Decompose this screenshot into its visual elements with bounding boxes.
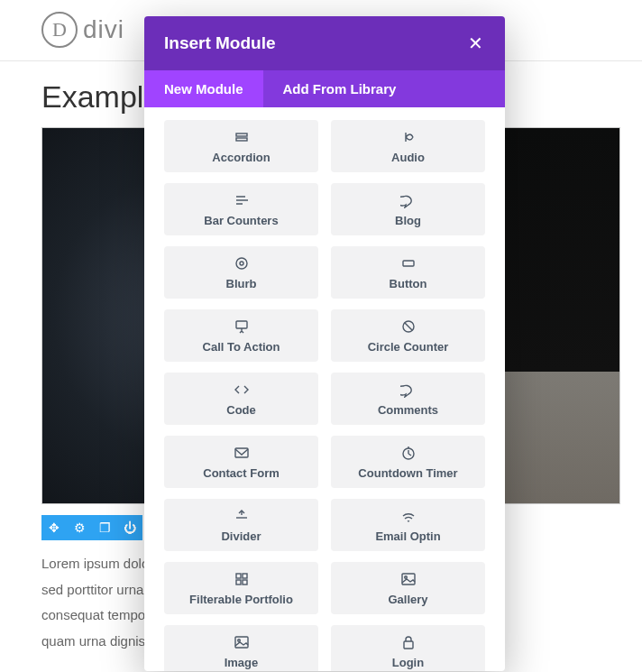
module-label: Divider: [221, 529, 261, 543]
module-label: Circle Counter: [368, 340, 449, 354]
module-filterable-portfolio[interactable]: Filterable Portfolio: [164, 562, 318, 614]
image-icon: [400, 571, 417, 587]
grid-icon: [234, 571, 250, 587]
module-code[interactable]: Code: [164, 373, 318, 425]
module-label: Blurb: [226, 277, 257, 290]
brand-name: divi: [83, 15, 124, 44]
divider-icon: [234, 508, 250, 524]
module-label: Accordion: [212, 151, 270, 164]
move-button[interactable]: ✥: [41, 515, 67, 540]
module-label: Bar Counters: [204, 214, 278, 227]
insert-module-modal: Insert Module ✕ New Module Add From Libr…: [144, 16, 505, 671]
bars-icon: [234, 192, 250, 208]
module-label: Blog: [395, 214, 421, 227]
module-divider[interactable]: Divider: [164, 499, 318, 551]
divi-logo-icon: D: [41, 12, 78, 48]
module-email-optin[interactable]: Email Optin: [331, 499, 485, 551]
code-icon: [234, 382, 250, 398]
module-label: Call To Action: [203, 340, 280, 354]
modal-tabs: New Module Add From Library: [144, 70, 505, 107]
module-accordion[interactable]: Accordion: [164, 120, 318, 172]
module-grid: AccordionAudioBar CountersBlogBlurbButto…: [164, 120, 485, 671]
clock-icon: [400, 445, 417, 461]
modal-header: Insert Module ✕: [144, 16, 505, 70]
module-button[interactable]: Button: [331, 246, 485, 299]
module-circle-counter[interactable]: Circle Counter: [331, 309, 485, 362]
module-label: Code: [226, 403, 256, 417]
module-contact-form[interactable]: Contact Form: [164, 436, 318, 488]
duplicate-button[interactable]: ❐: [92, 515, 117, 540]
modal-body[interactable]: AccordionAudioBar CountersBlogBlurbButto…: [144, 107, 505, 671]
module-image[interactable]: Image: [164, 625, 318, 671]
module-label: Button: [390, 277, 427, 290]
module-label: Image: [225, 656, 259, 669]
lock-icon: [400, 634, 417, 650]
cursor-icon: [234, 318, 250, 335]
close-icon[interactable]: ✕: [465, 32, 485, 54]
module-label: Filterable Portfolio: [189, 593, 293, 606]
module-label: Audio: [391, 151, 425, 164]
module-blog[interactable]: Blog: [331, 183, 485, 235]
module-gallery[interactable]: Gallery: [331, 562, 485, 614]
accordion-icon: [234, 129, 250, 145]
tab-new-module[interactable]: New Module: [144, 70, 263, 107]
module-label: Countdown Timer: [358, 466, 457, 480]
target-icon: [234, 255, 250, 272]
module-bar-counters[interactable]: Bar Counters: [164, 183, 318, 235]
module-label: Gallery: [388, 593, 427, 606]
module-blurb[interactable]: Blurb: [164, 246, 318, 299]
chat-icon: [400, 192, 417, 208]
module-label: Contact Form: [203, 466, 280, 480]
audio-icon: [400, 129, 417, 145]
module-login[interactable]: Login: [331, 625, 485, 671]
chat-icon: [400, 382, 417, 398]
button-icon: [400, 255, 417, 272]
module-label: Comments: [378, 403, 438, 417]
modal-title: Insert Module: [164, 33, 276, 53]
module-countdown-timer[interactable]: Countdown Timer: [331, 436, 485, 488]
image-icon: [234, 634, 250, 650]
module-label: Email Optin: [375, 529, 440, 543]
tab-add-from-library[interactable]: Add From Library: [263, 70, 417, 107]
settings-button[interactable]: ⚙: [67, 515, 92, 540]
module-label: Login: [392, 656, 424, 669]
mail-icon: [234, 445, 250, 461]
module-comments[interactable]: Comments: [331, 373, 485, 425]
module-audio[interactable]: Audio: [331, 120, 485, 172]
module-call-to-action[interactable]: Call To Action: [164, 309, 318, 362]
circlecross-icon: [400, 318, 417, 335]
power-button[interactable]: ⏻: [117, 515, 142, 540]
wifi-icon: [400, 508, 417, 524]
